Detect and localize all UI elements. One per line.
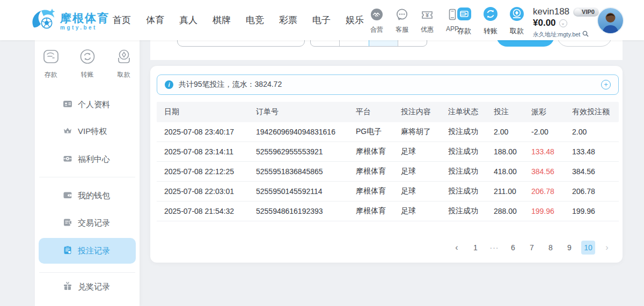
sidebar-withdraw-button[interactable]: 取款: [111, 47, 137, 79]
sidebar-quick-label: 转账: [81, 70, 94, 79]
cell-bet: 188.00: [494, 147, 531, 156]
column-header-status: 注单状态: [448, 107, 494, 117]
sidebar-item-label: 交易记录: [78, 218, 110, 228]
wallet-action-label: 取款: [510, 26, 524, 36]
search-button[interactable]: [496, 40, 554, 47]
pagination-ellipsis[interactable]: ···: [487, 241, 501, 255]
date-range-segments: [310, 40, 427, 47]
svg-text:¥: ¥: [426, 12, 429, 18]
sidebar-item-vip[interactable]: VIP特权: [39, 121, 136, 142]
cell-status: 投注成功: [448, 147, 494, 156]
nav-item-cards[interactable]: 棋牌: [213, 14, 231, 26]
column-header-bet: 投注: [494, 107, 531, 117]
sidebar-item-label: VIP特权: [78, 126, 107, 137]
cell-platform: 摩根体育: [356, 147, 401, 156]
pagination-prev-icon[interactable]: ‹: [450, 241, 464, 255]
welfare-box-icon: [63, 154, 72, 165]
date-range-segment-3-selected[interactable]: [369, 40, 398, 46]
cell-content: 足球: [401, 147, 448, 156]
cell-date: 2025-07-08 21:54:32: [164, 207, 256, 215]
withdraw-icon: [509, 6, 525, 24]
pagination-page-9[interactable]: 9: [562, 241, 576, 255]
pagination-page-7[interactable]: 7: [525, 241, 539, 255]
cell-valid: 133.48: [572, 147, 619, 156]
cell-content: 足球: [401, 206, 448, 216]
cell-date: 2025-07-08 23:14:11: [164, 147, 256, 156]
nav-item-entertainment[interactable]: 娱乐: [346, 14, 364, 26]
logo-text: 摩根体育 mgty.bet: [60, 12, 109, 31]
id-card-icon: [63, 99, 72, 110]
sidebar-item-bet-records[interactable]: 投注记录: [39, 238, 136, 264]
search-icon[interactable]: [582, 29, 589, 39]
deposit-icon: [456, 6, 472, 24]
sidebar-divider: [39, 177, 135, 177]
wallet-icon: [63, 190, 72, 201]
header-withdraw-button[interactable]: 取款: [508, 6, 526, 36]
reset-button[interactable]: [557, 40, 612, 47]
table-row: 2025-07-08 23:14:11 5255962955553921 摩根体…: [157, 142, 619, 162]
nav-item-sports[interactable]: 体育: [146, 14, 164, 26]
info-icon: i: [165, 80, 173, 89]
cell-bet: 211.00: [494, 187, 531, 196]
sidebar-item-wallet[interactable]: 我的钱包: [39, 185, 136, 206]
cell-bet: 288.00: [494, 207, 531, 215]
quick-link-promo[interactable]: ¥ 优惠: [418, 8, 436, 34]
pagination-page-6[interactable]: 6: [506, 241, 520, 255]
cell-order: 5255962955553921: [256, 147, 356, 156]
date-range-segment-2[interactable]: [339, 40, 368, 46]
quick-link-partner[interactable]: 合营: [368, 8, 386, 34]
table-row: 2025-07-08 23:40:17 1942609694094831616 …: [157, 122, 619, 142]
wallet-actions: 存款 转账: [455, 6, 526, 36]
cell-payout: 206.78: [531, 187, 572, 196]
pagination-page-8[interactable]: 8: [544, 241, 558, 255]
cell-platform: 摩根体育: [356, 167, 401, 176]
cell-platform: PG电子: [356, 127, 401, 137]
promo-yuan-icon: ¥: [420, 8, 434, 24]
sidebar-item-label: 兑奖记录: [78, 282, 110, 292]
sidebar-item-prize-records[interactable]: 兑奖记录: [39, 276, 136, 297]
header-deposit-button[interactable]: 存款: [455, 6, 473, 36]
pagination-page-10-active[interactable]: 10: [581, 241, 595, 255]
user-info: kevin188 VIP0 ¥0.00 ⌄ 永久地址:mgty.bet: [533, 6, 599, 39]
sidebar-item-transactions[interactable]: 交易记录: [39, 212, 136, 234]
table-row: 2025-07-08 22:12:25 5255951836845865 摩根体…: [157, 162, 619, 182]
vip-level-badge: VIP0: [573, 8, 599, 17]
nav-item-live[interactable]: 真人: [179, 14, 197, 26]
sidebar-item-profile[interactable]: 个人资料: [39, 94, 136, 115]
column-header-content: 投注内容: [401, 107, 448, 117]
nav-item-esports[interactable]: 电竞: [246, 14, 264, 26]
filter-select-input[interactable]: [177, 40, 305, 47]
cell-date: 2025-07-08 22:03:01: [164, 187, 256, 196]
header-transfer-button[interactable]: 转账: [481, 6, 500, 36]
nav-item-lottery[interactable]: 彩票: [279, 14, 297, 26]
filter-form-cutoff: [150, 40, 623, 60]
avatar[interactable]: [598, 8, 623, 33]
cell-content: 足球: [401, 186, 448, 196]
sidebar-divider: [39, 272, 135, 273]
cell-payout: 199.96: [531, 207, 572, 215]
pagination-page-1[interactable]: 1: [469, 241, 482, 255]
cell-order: 1942609694094831616: [256, 128, 356, 136]
sidebar-deposit-button[interactable]: 存款: [38, 47, 64, 79]
logo-football-icon: [30, 7, 56, 35]
cell-order: 5255948616192393: [256, 207, 356, 215]
sidebar-item-welfare[interactable]: 福利中心: [39, 148, 136, 170]
quick-link-service[interactable]: 客服: [393, 8, 411, 34]
cell-status: 投注成功: [448, 206, 494, 216]
quick-link-label: 客服: [396, 25, 408, 34]
date-range-segment-4[interactable]: [398, 40, 427, 46]
pagination-next-icon[interactable]: ›: [600, 241, 614, 255]
nav-item-home[interactable]: 首页: [113, 14, 131, 26]
column-header-platform: 平台: [356, 107, 401, 117]
cell-date: 2025-07-08 22:12:25: [164, 167, 256, 176]
bet-records-card: i 共计95笔投注，流水：3824.72 + 日期 订单号 平台 投注内容 注单…: [150, 66, 623, 263]
username[interactable]: kevin188: [533, 6, 569, 17]
cell-platform: 摩根体育: [356, 186, 401, 196]
expand-plus-icon[interactable]: +: [601, 80, 611, 89]
nav-item-slots[interactable]: 电子: [312, 14, 331, 26]
sidebar-transfer-button[interactable]: 转账: [74, 47, 101, 79]
balance-refresh-chevron-icon[interactable]: ⌄: [559, 19, 567, 27]
date-range-segment-1[interactable]: [311, 40, 339, 46]
brand-logo[interactable]: 摩根体育 mgty.bet: [30, 7, 109, 35]
summary-bar: i 共计95笔投注，流水：3824.72 +: [157, 74, 619, 95]
